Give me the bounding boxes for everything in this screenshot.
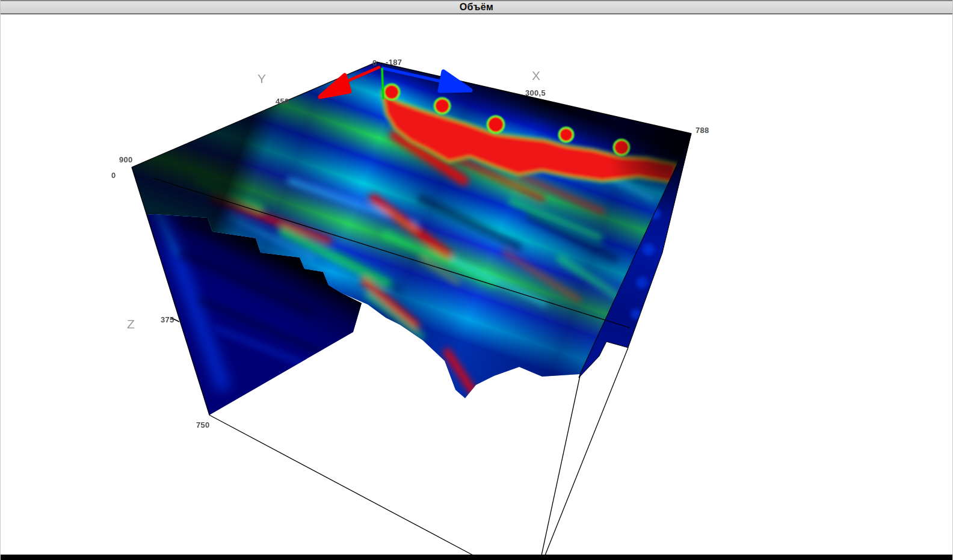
y-axis-label: Y xyxy=(258,72,266,86)
z-axis-label: Z xyxy=(127,317,135,331)
volume-render[interactable] xyxy=(1,0,953,560)
x-tick-max: 788 xyxy=(695,126,709,135)
window-title: Объём xyxy=(460,2,494,13)
x-tick-min: -187 xyxy=(386,58,402,67)
window-titlebar[interactable]: Объём xyxy=(1,0,952,14)
app-window: 0 -187 Y 450 900 0 X 300,5 788 Z 375 750… xyxy=(0,0,953,560)
z-axis-stub xyxy=(382,68,383,99)
y-tick-450: 450 xyxy=(276,97,289,106)
z-tick-375: 375 xyxy=(161,315,174,324)
x-tick-mid: 300,5 xyxy=(525,88,546,97)
volume-viewport[interactable] xyxy=(1,14,953,555)
z-tick-750: 750 xyxy=(196,420,210,429)
y-tick-900: 900 xyxy=(119,155,133,164)
z-tick-0: 0 xyxy=(111,171,116,180)
x-axis-label: X xyxy=(532,69,540,83)
bottom-bar xyxy=(1,555,952,560)
y-tick-0: 0 xyxy=(372,58,377,67)
